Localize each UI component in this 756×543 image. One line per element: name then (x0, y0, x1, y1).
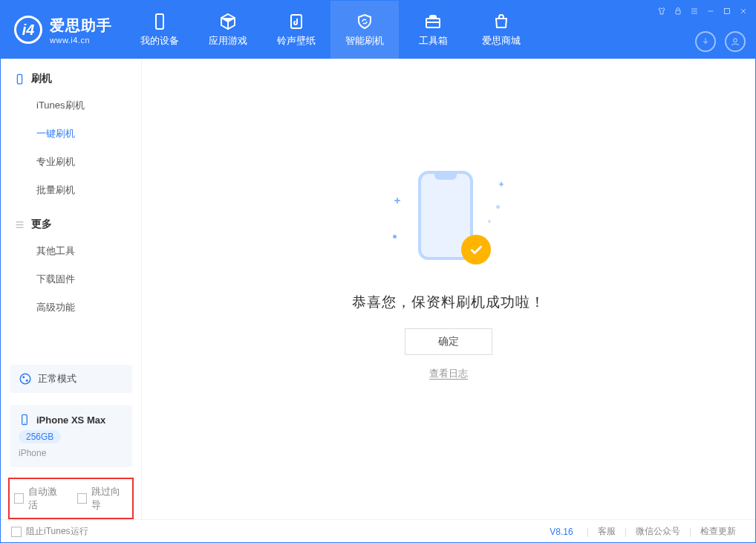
main-content: 恭喜您，保资料刷机成功啦！ 确定 查看日志 (142, 59, 755, 519)
sidebar-item-itunes-flash[interactable]: iTunes刷机 (1, 91, 141, 120)
device-name: iPhone XS Max (36, 414, 105, 426)
checkbox-auto-activate[interactable]: 自动激活 (14, 485, 65, 512)
device-card[interactable]: iPhone XS Max 256GB iPhone (10, 405, 132, 467)
version-label: V8.16 (550, 527, 573, 537)
sidebar-group-label: 更多 (31, 218, 52, 231)
sidebar-group-flash: 刷机 (1, 59, 141, 91)
app-name: 爱思助手 (50, 16, 112, 36)
device-mode-card[interactable]: 正常模式 (10, 365, 132, 393)
sidebar-group-label: 刷机 (31, 72, 52, 85)
nav-my-device[interactable]: 我的设备 (126, 1, 194, 59)
nav-toolbox[interactable]: 工具箱 (399, 1, 467, 59)
checkbox-label: 阻止iTunes运行 (26, 525, 88, 538)
device-icon (150, 12, 169, 31)
sidebar-item-onekey-flash[interactable]: 一键刷机 (1, 120, 141, 148)
nav-label: 应用游戏 (209, 34, 247, 48)
maximize-button[interactable] (723, 7, 731, 18)
sidebar-item-firmware[interactable]: 下载固件 (1, 265, 141, 293)
close-button[interactable] (739, 7, 748, 18)
sidebar-item-advanced[interactable]: 高级功能 (1, 293, 141, 322)
status-icon (19, 372, 32, 386)
flash-options-box: 自动激活 跳过向导 (8, 478, 134, 519)
account-button[interactable] (725, 31, 746, 52)
device-type: iPhone (19, 448, 46, 458)
support-link[interactable]: 客服 (589, 525, 625, 538)
checkbox-skip-guide[interactable]: 跳过向导 (77, 485, 128, 512)
sidebar-group-more: 更多 (1, 204, 141, 237)
checkbox-label: 自动激活 (28, 485, 65, 512)
device-mode-label: 正常模式 (38, 372, 76, 386)
nav-label: 铃声壁纸 (277, 34, 316, 48)
wechat-link[interactable]: 微信公众号 (627, 525, 689, 538)
nav-apps[interactable]: 应用游戏 (194, 1, 262, 59)
nav-store[interactable]: 爱思商城 (467, 1, 535, 59)
success-illustration (393, 168, 504, 272)
logo-icon: i4 (14, 16, 42, 44)
music-file-icon (287, 12, 306, 31)
svg-point-9 (26, 380, 28, 382)
tshirt-icon[interactable] (657, 7, 666, 18)
nav-flash[interactable]: 智能刷机 (330, 1, 399, 59)
download-button[interactable] (695, 31, 716, 52)
svg-rect-6 (17, 74, 22, 84)
menu-icon[interactable] (690, 7, 699, 18)
device-storage-badge: 256GB (19, 430, 61, 443)
sidebar: 刷机 iTunes刷机 一键刷机 专业刷机 批量刷机 更多 其他工具 下载固件 … (1, 59, 142, 519)
cube-icon (218, 12, 238, 31)
main-nav: 我的设备 应用游戏 铃声壁纸 智能刷机 工具箱 爱思商城 (126, 1, 657, 59)
nav-label: 智能刷机 (345, 34, 384, 48)
sidebar-item-pro-flash[interactable]: 专业刷机 (1, 148, 141, 176)
nav-label: 工具箱 (419, 34, 448, 48)
device-icon (19, 414, 30, 426)
check-icon (461, 235, 491, 264)
checkbox-label: 跳过向导 (91, 485, 128, 512)
logo: i4 爱思助手 www.i4.cn (1, 1, 126, 59)
nav-label: 我的设备 (140, 34, 179, 48)
svg-rect-4 (725, 9, 730, 14)
sidebar-item-other-tools[interactable]: 其他工具 (1, 237, 141, 265)
ok-button[interactable]: 确定 (405, 328, 492, 355)
success-message: 恭喜您，保资料刷机成功啦！ (352, 293, 545, 312)
app-url: www.i4.cn (50, 36, 112, 45)
list-icon (14, 219, 25, 230)
nav-ringtone[interactable]: 铃声壁纸 (262, 1, 330, 59)
svg-point-11 (24, 423, 25, 423)
app-body: 刷机 iTunes刷机 一键刷机 专业刷机 批量刷机 更多 其他工具 下载固件 … (1, 59, 755, 519)
bag-icon (492, 12, 511, 31)
view-log-link[interactable]: 查看日志 (429, 367, 468, 380)
lock-icon[interactable] (674, 7, 682, 18)
minimize-button[interactable] (706, 7, 715, 18)
svg-point-5 (734, 39, 737, 42)
svg-rect-3 (676, 10, 680, 14)
status-bar: 阻止iTunes运行 V8.16 | 客服 | 微信公众号 | 检查更新 (1, 519, 755, 543)
checkbox-block-itunes[interactable]: 阻止iTunes运行 (11, 525, 88, 538)
svg-point-7 (20, 374, 30, 384)
shield-refresh-icon (355, 12, 374, 31)
sidebar-item-batch-flash[interactable]: 批量刷机 (1, 176, 141, 204)
toolbox-icon (423, 12, 443, 31)
nav-label: 爱思商城 (482, 34, 521, 48)
phone-icon (14, 74, 25, 85)
app-header: i4 爱思助手 www.i4.cn 我的设备 应用游戏 铃声壁纸 智能刷机 工具… (1, 1, 755, 59)
svg-point-8 (22, 376, 25, 378)
check-update-link[interactable]: 检查更新 (691, 525, 745, 538)
svg-rect-0 (156, 14, 163, 29)
